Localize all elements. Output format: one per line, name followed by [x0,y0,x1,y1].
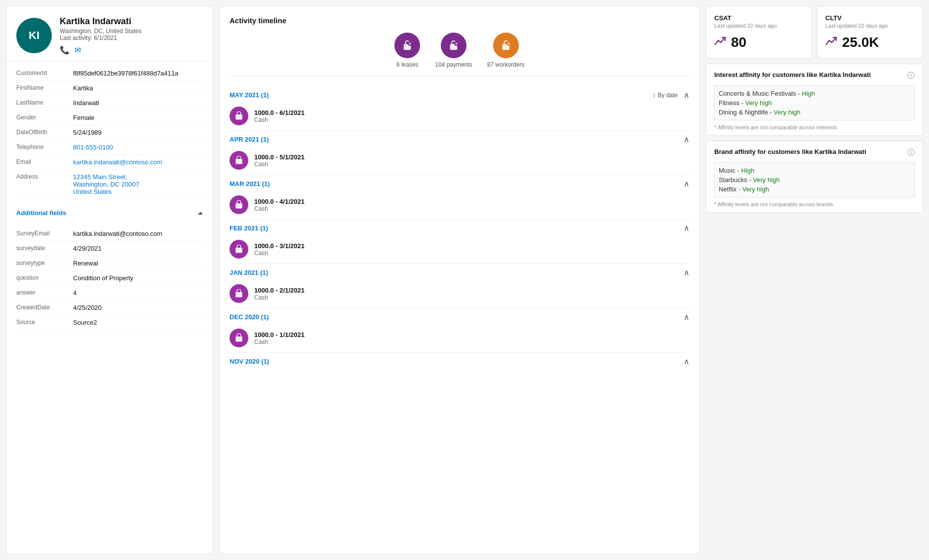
additional-field-value: Source2 [73,319,203,326]
field-label: Address [16,173,73,180]
affinity-level: Very high [774,109,800,116]
entry-icon [230,284,248,303]
csat-subtitle: Last updated 22 days ago [714,23,804,29]
timeline-entry: 1000.0 - 2/1/2021Cash [230,279,690,308]
csat-trend-icon [714,36,726,50]
cltv-trend-icon [825,36,837,50]
collapse-button[interactable]: ∧ [684,179,690,188]
field-value[interactable]: kartika.indarwati@contoso.com [73,158,203,166]
email-icon[interactable]: ✉ [75,45,81,55]
activity-title: Activity timeline [230,16,690,25]
phone-icon[interactable]: 📞 [60,45,70,55]
profile-actions: 📞 ✉ [60,45,142,55]
left-panel: KI Kartika Indarwati Washington, DC, Uni… [6,6,213,554]
brand-affinity-card: Brand affinity for customers like Kartik… [706,141,923,213]
additional-field-label: CreatedDate [16,304,73,311]
activity-icon-label: 104 payments [435,61,472,68]
collapse-button[interactable]: ∧ [684,268,690,277]
additional-field-label: question [16,274,73,281]
brand-affinity-item: Starbucks - Very high [719,175,910,185]
additional-field-label: SurveyEmail [16,230,73,237]
activity-icon-item[interactable]: 104 payments [435,33,472,68]
entry-icon [230,240,248,259]
additional-field-value: Condition of Property [73,274,203,282]
affinity-name: Netflix - [719,186,742,193]
affinity-name: Dining & Nightlife - [719,109,774,116]
affinity-level: Very high [753,176,779,184]
collapse-button[interactable]: ∧ [684,224,690,233]
csat-title: CSAT [714,14,804,22]
field-label: CustomerId [16,70,73,76]
additional-field-row: SourceSource2 [16,315,203,330]
brand-affinity-item: Netflix - Very high [719,185,910,194]
additional-field-value: 4/29/2021 [73,245,203,252]
field-row: FirstNameKartika [16,81,203,96]
collapse-button[interactable]: ∧ [684,357,690,366]
entry-details: 1000.0 - 5/1/2021Cash [254,153,305,168]
brand-info-icon[interactable]: ⓘ [907,148,915,157]
csat-value: 80 [731,35,746,50]
field-label: Telephone [16,144,73,150]
field-value: Female [73,114,203,121]
activity-icon-0 [394,33,420,58]
collapse-button[interactable]: ∧ [684,312,690,322]
activity-icon-item[interactable]: 6 leases [394,33,420,68]
affinity-name: Fitness - [719,99,745,107]
activity-icon-1 [441,33,466,58]
field-row: LastNameIndarwati [16,96,203,111]
cltv-subtitle: Last updated 22 days ago [825,23,915,29]
field-row: Address12345 Main Street, Washington, DC… [16,170,203,199]
last-activity: Last activity: 6/1/2021 [60,35,142,41]
entry-icon [230,329,248,347]
affinity-name: Concerts & Music Festivals - [719,90,802,97]
avatar: KI [16,18,52,53]
svg-rect-8 [235,203,242,209]
additional-fields-label: Additional fields [16,209,66,217]
field-label: LastName [16,99,73,106]
brand-affinity-title: Brand affinity for customers like Kartik… [714,148,866,155]
activity-icon-2 [493,33,519,58]
affinity-level: Very high [742,186,769,193]
entry-payment-type: Cash [254,338,305,345]
sort-label: By date [658,92,678,99]
field-value[interactable]: 801-555-0100 [73,144,203,151]
right-panel: CSAT Last updated 22 days ago 80 CLTV La… [706,6,923,554]
field-row: GenderFemale [16,111,203,125]
interest-info-icon[interactable]: ⓘ [907,71,915,80]
field-value: Indarwati [73,99,203,107]
additional-field-list: SurveyEmailkartika.indarwati@contoso.com… [6,222,213,335]
timeline-entry: 1000.0 - 4/1/2021Cash [230,190,690,220]
cltv-value: 25.0K [842,35,879,50]
collapse-button[interactable]: ∧ [684,90,690,100]
activity-icon-item[interactable]: 87 workorders [487,33,525,68]
timeline-entry: 1000.0 - 1/1/2021Cash [230,324,690,353]
entry-payment-type: Cash [254,250,305,257]
field-row: CustomerIdf8f85def0612be3978f61f488d7a41… [16,66,203,81]
brand-affinity-list: Music - HighStarbucks - Very highNetflix… [714,162,915,197]
affinity-name: Music - [719,167,741,174]
field-value: 5/24/1989 [73,129,203,136]
additional-fields-toggle[interactable]: Additional fields [6,204,213,222]
field-value[interactable]: 12345 Main Street, Washington, DC 20007 … [73,173,203,195]
entry-details: 1000.0 - 6/1/2021Cash [254,109,305,123]
sort-button[interactable]: ↕ By date [653,92,678,99]
entry-details: 1000.0 - 1/1/2021Cash [254,331,305,345]
collapse-button[interactable]: ∧ [684,135,690,144]
profile-name: Kartika Indarwati [60,16,142,27]
entry-payment-type: Cash [254,161,305,168]
brand-affinity-note: * Affinity levels are not comparable acr… [714,201,915,207]
chevron-up-icon [198,212,203,215]
entry-icon [230,195,248,214]
cltv-title: CLTV [825,14,915,22]
profile-location: Washington, DC, United States [60,28,142,35]
additional-field-row: questionCondition of Property [16,271,203,286]
timeline-section-header: MAR 2021 (1)∧ [230,175,690,190]
activity-icon-label: 6 leases [396,61,419,68]
sort-icon: ↕ [653,92,656,99]
activity-icons-row: 6 leases 104 payments 87 workorders [230,33,690,76]
affinity-name: Starbucks - [719,176,753,184]
section-month: FEB 2021 (1) [230,224,268,232]
timeline-section-header: JAN 2021 (1)∧ [230,264,690,279]
entry-amount-date: 1000.0 - 2/1/2021 [254,287,305,294]
timeline-entry: 1000.0 - 6/1/2021Cash [230,102,690,131]
